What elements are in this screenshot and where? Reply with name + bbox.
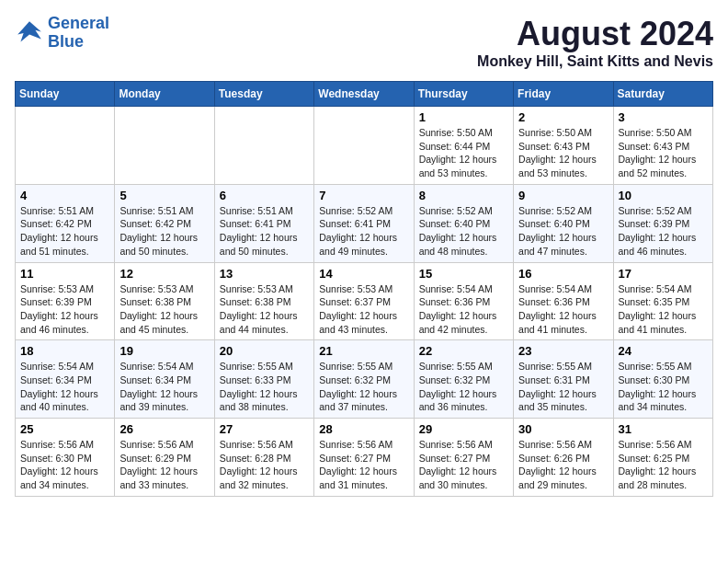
day-number: 21	[319, 344, 408, 358]
day-info: Sunrise: 5:54 AMSunset: 6:34 PMDaylight:…	[20, 361, 98, 412]
calendar-cell: 26Sunrise: 5:56 AMSunset: 6:29 PMDayligh…	[115, 419, 214, 497]
calendar-cell: 4Sunrise: 5:51 AMSunset: 6:42 PMDaylight…	[16, 184, 115, 262]
calendar-cell: 11Sunrise: 5:53 AMSunset: 6:39 PMDayligh…	[16, 262, 115, 340]
day-number: 2	[518, 110, 608, 124]
day-info: Sunrise: 5:51 AMSunset: 6:42 PMDaylight:…	[20, 205, 98, 257]
title-block: August 2024 Monkey Hill, Saint Kitts and…	[477, 15, 713, 70]
day-number: 30	[518, 422, 608, 436]
svg-marker-0	[17, 21, 41, 41]
day-number: 18	[20, 344, 109, 358]
day-info: Sunrise: 5:52 AMSunset: 6:41 PMDaylight:…	[319, 205, 397, 257]
calendar-cell: 31Sunrise: 5:56 AMSunset: 6:25 PMDayligh…	[613, 419, 712, 497]
day-number: 25	[20, 422, 109, 436]
day-number: 17	[619, 267, 708, 281]
calendar-body: 1Sunrise: 5:50 AMSunset: 6:44 PMDaylight…	[16, 107, 713, 497]
calendar-cell: 9Sunrise: 5:52 AMSunset: 6:40 PMDaylight…	[514, 184, 613, 262]
day-number: 4	[20, 189, 109, 202]
day-info: Sunrise: 5:51 AMSunset: 6:41 PMDaylight:…	[220, 205, 298, 257]
calendar-cell: 14Sunrise: 5:53 AMSunset: 6:37 PMDayligh…	[314, 262, 414, 340]
day-number: 3	[619, 110, 708, 124]
calendar-title: August 2024	[477, 15, 713, 53]
day-info: Sunrise: 5:55 AMSunset: 6:33 PMDaylight:…	[220, 361, 298, 412]
header-wednesday: Wednesday	[314, 82, 414, 107]
day-info: Sunrise: 5:55 AMSunset: 6:32 PMDaylight:…	[319, 361, 397, 412]
day-info: Sunrise: 5:53 AMSunset: 6:39 PMDaylight:…	[20, 283, 98, 335]
calendar-cell: 1Sunrise: 5:50 AMSunset: 6:44 PMDaylight…	[414, 107, 513, 185]
day-number: 8	[419, 189, 508, 202]
day-info: Sunrise: 5:54 AMSunset: 6:36 PMDaylight:…	[518, 283, 597, 335]
calendar-week-3: 11Sunrise: 5:53 AMSunset: 6:39 PMDayligh…	[16, 262, 713, 340]
logo: General Blue	[15, 15, 109, 52]
calendar-table: Sunday Monday Tuesday Wednesday Thursday…	[15, 81, 713, 497]
day-number: 19	[119, 344, 209, 358]
calendar-cell: 3Sunrise: 5:50 AMSunset: 6:43 PMDaylight…	[613, 107, 712, 185]
day-number: 27	[220, 422, 309, 436]
calendar-cell: 30Sunrise: 5:56 AMSunset: 6:26 PMDayligh…	[514, 419, 613, 497]
day-number: 10	[619, 189, 708, 202]
day-info: Sunrise: 5:50 AMSunset: 6:43 PMDaylight:…	[518, 127, 597, 178]
calendar-cell: 22Sunrise: 5:55 AMSunset: 6:32 PMDayligh…	[414, 340, 513, 419]
day-number: 23	[518, 344, 608, 358]
day-number: 15	[419, 267, 508, 281]
day-number: 13	[220, 267, 309, 281]
calendar-header: Sunday Monday Tuesday Wednesday Thursday…	[16, 82, 713, 107]
calendar-cell: 19Sunrise: 5:54 AMSunset: 6:34 PMDayligh…	[115, 340, 214, 419]
calendar-cell: 27Sunrise: 5:56 AMSunset: 6:28 PMDayligh…	[214, 419, 313, 497]
day-info: Sunrise: 5:53 AMSunset: 6:38 PMDaylight:…	[220, 283, 298, 335]
day-info: Sunrise: 5:53 AMSunset: 6:37 PMDaylight:…	[319, 283, 397, 335]
day-number: 16	[518, 267, 608, 281]
day-info: Sunrise: 5:53 AMSunset: 6:38 PMDaylight:…	[119, 283, 198, 335]
day-info: Sunrise: 5:55 AMSunset: 6:30 PMDaylight:…	[619, 361, 697, 412]
calendar-cell: 24Sunrise: 5:55 AMSunset: 6:30 PMDayligh…	[613, 340, 712, 419]
logo-text: General Blue	[48, 15, 109, 52]
calendar-cell: 13Sunrise: 5:53 AMSunset: 6:38 PMDayligh…	[214, 262, 313, 340]
day-info: Sunrise: 5:50 AMSunset: 6:43 PMDaylight:…	[619, 127, 697, 178]
day-info: Sunrise: 5:55 AMSunset: 6:32 PMDaylight:…	[419, 361, 497, 412]
day-number: 29	[419, 422, 508, 436]
day-number: 11	[20, 267, 109, 281]
calendar-week-1: 1Sunrise: 5:50 AMSunset: 6:44 PMDaylight…	[16, 107, 713, 185]
day-number: 9	[518, 189, 608, 202]
day-info: Sunrise: 5:55 AMSunset: 6:31 PMDaylight:…	[518, 361, 597, 412]
calendar-cell: 6Sunrise: 5:51 AMSunset: 6:41 PMDaylight…	[214, 184, 313, 262]
calendar-cell: 10Sunrise: 5:52 AMSunset: 6:39 PMDayligh…	[613, 184, 712, 262]
day-number: 28	[319, 422, 408, 436]
day-number: 14	[319, 267, 408, 281]
day-number: 24	[619, 344, 708, 358]
day-number: 12	[119, 267, 209, 281]
day-info: Sunrise: 5:54 AMSunset: 6:35 PMDaylight:…	[619, 283, 697, 335]
calendar-cell: 12Sunrise: 5:53 AMSunset: 6:38 PMDayligh…	[115, 262, 214, 340]
calendar-week-5: 25Sunrise: 5:56 AMSunset: 6:30 PMDayligh…	[16, 419, 713, 497]
day-number: 5	[119, 189, 209, 202]
calendar-cell: 28Sunrise: 5:56 AMSunset: 6:27 PMDayligh…	[314, 419, 414, 497]
day-info: Sunrise: 5:52 AMSunset: 6:39 PMDaylight:…	[619, 205, 697, 257]
calendar-cell	[16, 107, 115, 185]
calendar-week-2: 4Sunrise: 5:51 AMSunset: 6:42 PMDaylight…	[16, 184, 713, 262]
day-number: 7	[319, 189, 408, 202]
header-thursday: Thursday	[414, 82, 513, 107]
calendar-cell: 20Sunrise: 5:55 AMSunset: 6:33 PMDayligh…	[214, 340, 313, 419]
calendar-cell: 25Sunrise: 5:56 AMSunset: 6:30 PMDayligh…	[16, 419, 115, 497]
calendar-cell: 16Sunrise: 5:54 AMSunset: 6:36 PMDayligh…	[514, 262, 613, 340]
calendar-cell	[314, 107, 414, 185]
day-info: Sunrise: 5:56 AMSunset: 6:26 PMDaylight:…	[518, 439, 597, 490]
calendar-cell: 21Sunrise: 5:55 AMSunset: 6:32 PMDayligh…	[314, 340, 414, 419]
calendar-cell	[214, 107, 313, 185]
day-number: 22	[419, 344, 508, 358]
calendar-cell: 17Sunrise: 5:54 AMSunset: 6:35 PMDayligh…	[613, 262, 712, 340]
calendar-cell: 2Sunrise: 5:50 AMSunset: 6:43 PMDaylight…	[514, 107, 613, 185]
header-monday: Monday	[115, 82, 214, 107]
day-number: 20	[220, 344, 309, 358]
day-info: Sunrise: 5:56 AMSunset: 6:29 PMDaylight:…	[119, 439, 198, 490]
day-info: Sunrise: 5:54 AMSunset: 6:36 PMDaylight:…	[419, 283, 497, 335]
day-info: Sunrise: 5:54 AMSunset: 6:34 PMDaylight:…	[119, 361, 198, 412]
calendar-cell: 5Sunrise: 5:51 AMSunset: 6:42 PMDaylight…	[115, 184, 214, 262]
calendar-cell: 8Sunrise: 5:52 AMSunset: 6:40 PMDaylight…	[414, 184, 513, 262]
day-info: Sunrise: 5:52 AMSunset: 6:40 PMDaylight:…	[518, 205, 597, 257]
logo-icon	[15, 18, 44, 48]
calendar-cell: 15Sunrise: 5:54 AMSunset: 6:36 PMDayligh…	[414, 262, 513, 340]
header-saturday: Saturday	[613, 82, 712, 107]
day-info: Sunrise: 5:51 AMSunset: 6:42 PMDaylight:…	[119, 205, 198, 257]
day-info: Sunrise: 5:52 AMSunset: 6:40 PMDaylight:…	[419, 205, 497, 257]
day-number: 26	[119, 422, 209, 436]
